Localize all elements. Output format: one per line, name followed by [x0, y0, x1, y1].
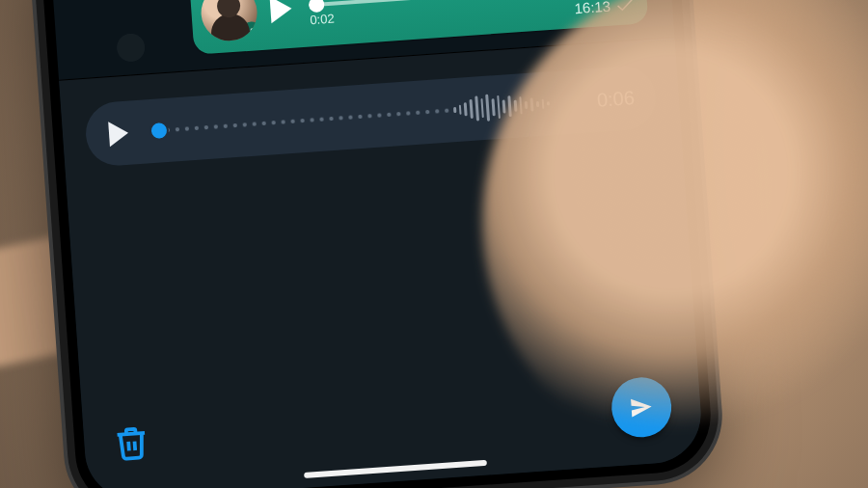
- send-button[interactable]: [610, 375, 673, 439]
- waveform-bar: [525, 101, 528, 109]
- waveform-bar: [470, 99, 474, 119]
- draft-progress-knob[interactable]: [150, 122, 167, 139]
- draft-progress-track[interactable]: [145, 83, 567, 150]
- mic-icon: [245, 26, 258, 40]
- check-icon: [616, 0, 635, 13]
- draft-progress-dots: [163, 108, 450, 132]
- waveform-bar: [507, 95, 511, 117]
- sender-avatar: [200, 0, 259, 42]
- waveform-bar: [502, 99, 506, 113]
- play-button[interactable]: [270, 0, 293, 23]
- waveform-bar: [541, 99, 544, 109]
- draft-duration-label: 0:06: [582, 87, 635, 113]
- phone-screen: Hoje 0:02 16:13: [48, 0, 704, 488]
- waveform-bar: [464, 102, 468, 116]
- waveform-bar: [536, 101, 539, 107]
- home-indicator[interactable]: [304, 460, 487, 478]
- waveform-bar: [530, 97, 534, 111]
- message-time: 16:13: [574, 0, 611, 16]
- voice-progress-track[interactable]: 0:02: [308, 0, 560, 20]
- voice-progress-knob[interactable]: [309, 0, 325, 13]
- message-meta: 16:13: [574, 0, 635, 16]
- waveform-bar: [514, 100, 518, 112]
- waveform-bar: [475, 95, 479, 121]
- waveform-bar: [485, 95, 490, 122]
- waveform-bar: [547, 101, 550, 105]
- trash-icon: [112, 423, 151, 463]
- delete-draft-button[interactable]: [112, 423, 151, 463]
- waveform-bar: [497, 95, 501, 119]
- voice-elapsed-label: 0:02: [310, 12, 335, 28]
- phone-frame: Hoje 0:02 16:13: [38, 0, 715, 488]
- voice-draft-player: 0:06: [84, 65, 658, 168]
- paper-plane-icon: [627, 393, 656, 421]
- draft-waveform: [452, 90, 551, 123]
- voice-progress-line: [309, 0, 559, 7]
- waveform-bar: [453, 107, 456, 113]
- mic-badge: [240, 21, 258, 42]
- recorder-actions-row: [82, 373, 702, 475]
- waveform-bar: [480, 98, 484, 118]
- waveform-bar: [459, 105, 462, 115]
- waveform-bar: [492, 98, 496, 116]
- voice-recorder-panel: 0:06: [59, 37, 704, 488]
- waveform-bar: [519, 96, 523, 114]
- draft-play-button[interactable]: [108, 121, 129, 147]
